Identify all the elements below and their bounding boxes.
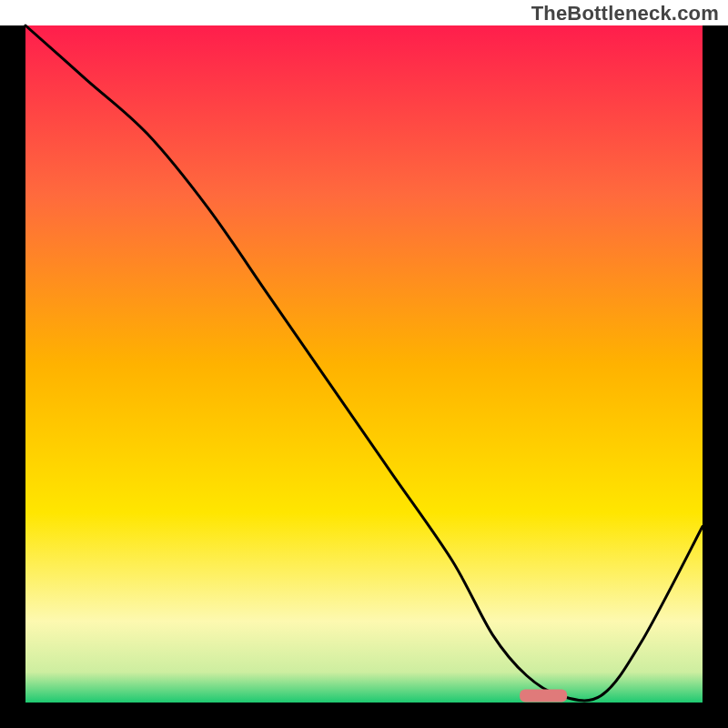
frame-bottom <box>0 703 728 728</box>
optimal-marker <box>520 690 567 703</box>
bottleneck-chart <box>0 0 728 728</box>
frame-right <box>703 25 728 728</box>
watermark-text: TheBottleneck.com <box>531 2 719 25</box>
frame-left <box>0 25 25 728</box>
chart-container: TheBottleneck.com <box>0 0 728 728</box>
plot-background <box>25 25 703 703</box>
